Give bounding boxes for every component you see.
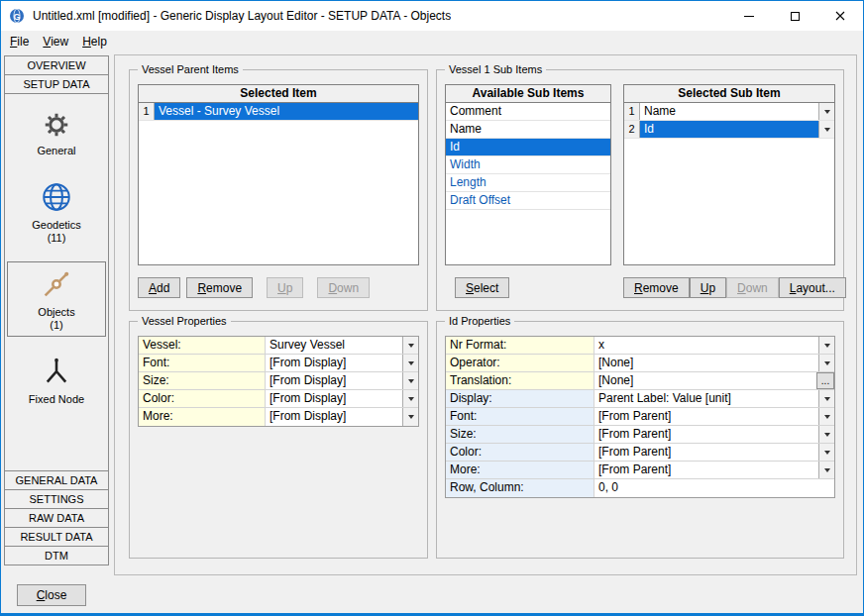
down-triangle-icon bbox=[824, 451, 830, 455]
size-dropdown[interactable]: [From Display] bbox=[266, 372, 418, 389]
main-panel: Vessel Parent Items Selected Item 1 Vess… bbox=[114, 54, 857, 575]
table-row[interactable]: 2 Id bbox=[624, 121, 834, 139]
operator-dropdown[interactable]: [None] bbox=[594, 355, 834, 371]
property-value: 0, 0 bbox=[594, 479, 834, 497]
table-row[interactable]: Comment bbox=[446, 103, 610, 121]
sidebar-item-geodetics[interactable]: Geodetics (11) bbox=[7, 174, 106, 250]
sidebar-tab-dtm[interactable]: DTM bbox=[4, 546, 109, 565]
up-sub-item-button[interactable]: Up bbox=[690, 277, 726, 298]
down-sub-item-button[interactable]: Down bbox=[726, 277, 779, 298]
table-row[interactable]: Length bbox=[446, 174, 610, 192]
selected-item-table[interactable]: Selected Item 1 Vessel - Survey Vessel bbox=[138, 84, 419, 265]
menu-view[interactable]: View bbox=[36, 33, 75, 51]
up-button[interactable]: Up bbox=[267, 277, 303, 298]
property-label: Nr Format: bbox=[446, 337, 594, 354]
down-button[interactable]: Down bbox=[317, 277, 370, 298]
minimize-icon bbox=[744, 16, 754, 17]
close-button[interactable]: Close bbox=[17, 584, 86, 606]
sidebar-tab-general-data[interactable]: GENERAL DATA bbox=[4, 470, 109, 490]
color-dropdown[interactable]: [From Parent] bbox=[594, 444, 834, 461]
dropdown-arrow-icon[interactable] bbox=[818, 426, 834, 443]
property-label: Display: bbox=[446, 390, 594, 407]
dropdown-arrow-icon[interactable] bbox=[402, 355, 418, 371]
sidebar-tab-overview[interactable]: OVERVIEW bbox=[4, 55, 109, 75]
row-label: Vessel - Survey Vessel bbox=[155, 103, 418, 120]
add-button[interactable]: Add bbox=[138, 277, 180, 298]
sidebar-item-objects[interactable]: Objects (1) bbox=[7, 261, 106, 337]
table-row[interactable]: 1 Vessel - Survey Vessel bbox=[139, 103, 418, 121]
property-value: [From Display] bbox=[266, 408, 402, 426]
sidebar-item-count: (1) bbox=[8, 319, 105, 332]
property-value: [None] bbox=[594, 372, 816, 389]
sidebar-tab-raw-data[interactable]: RAW DATA bbox=[4, 508, 109, 528]
property-row-operator: Operator: [None] bbox=[446, 355, 834, 372]
sidebar-item-fixed-node[interactable]: Fixed Node bbox=[7, 349, 106, 411]
dropdown-arrow-icon[interactable] bbox=[818, 390, 834, 407]
property-row-nr-format: Nr Format: x bbox=[446, 337, 834, 355]
remove-sub-item-button[interactable]: Remove bbox=[623, 277, 690, 298]
property-row-font: Font: [From Display] bbox=[139, 355, 418, 372]
dropdown-arrow-icon[interactable] bbox=[818, 121, 834, 138]
translation-field[interactable]: [None] ... bbox=[594, 372, 834, 389]
dropdown-arrow-icon[interactable] bbox=[818, 408, 834, 425]
vessel-dropdown[interactable]: Survey Vessel bbox=[266, 337, 418, 354]
sidebar-tab-result-data[interactable]: RESULT DATA bbox=[4, 527, 109, 547]
close-window-button[interactable] bbox=[817, 1, 863, 31]
select-button[interactable]: Select bbox=[455, 277, 509, 298]
dropdown-arrow-icon[interactable] bbox=[402, 337, 418, 354]
sidebar-item-label: General bbox=[8, 145, 105, 157]
dropdown-arrow-icon[interactable] bbox=[818, 103, 834, 120]
property-label: Font: bbox=[446, 408, 594, 425]
sidebar-tab-setup-data[interactable]: SETUP DATA bbox=[4, 74, 109, 94]
menubar: File View Help bbox=[1, 31, 863, 52]
property-value: [From Display] bbox=[266, 355, 402, 371]
property-row-color: Color: [From Parent] bbox=[446, 444, 834, 462]
group-title: Id Properties bbox=[445, 315, 514, 327]
dropdown-arrow-icon[interactable] bbox=[818, 444, 834, 461]
table-row[interactable]: Name bbox=[446, 121, 610, 139]
remove-button[interactable]: Remove bbox=[186, 277, 253, 298]
menu-file[interactable]: File bbox=[3, 33, 36, 51]
maximize-button[interactable] bbox=[772, 1, 817, 31]
down-triangle-icon bbox=[824, 110, 830, 114]
table-row[interactable]: Width bbox=[446, 156, 610, 174]
table-row[interactable]: Draft Offset bbox=[446, 192, 610, 210]
more-dropdown[interactable]: [From Display] bbox=[266, 408, 418, 426]
row-column-field[interactable]: 0, 0 bbox=[594, 479, 834, 497]
vessel-parent-items-group: Vessel Parent Items Selected Item 1 Vess… bbox=[129, 69, 428, 311]
right-column: Vessel 1 Sub Items Available Sub Items C… bbox=[436, 63, 844, 566]
gear-icon bbox=[8, 110, 105, 142]
nr-format-dropdown[interactable]: x bbox=[594, 337, 834, 354]
more-dropdown[interactable]: [From Parent] bbox=[594, 462, 834, 478]
property-label: Size: bbox=[139, 372, 266, 389]
selected-sub-item-table[interactable]: Selected Sub Item 1 Name 2 Id bbox=[623, 84, 835, 265]
font-dropdown[interactable]: [From Parent] bbox=[594, 408, 834, 425]
row-label: Name bbox=[446, 121, 610, 138]
minimize-button[interactable] bbox=[726, 1, 772, 31]
dropdown-arrow-icon[interactable] bbox=[818, 355, 834, 371]
color-dropdown[interactable]: [From Display] bbox=[266, 390, 418, 407]
layout-button[interactable]: Layout... bbox=[779, 277, 846, 298]
dropdown-arrow-icon[interactable] bbox=[402, 372, 418, 389]
dropdown-arrow-icon[interactable] bbox=[818, 462, 834, 478]
table-row[interactable]: Id bbox=[446, 139, 610, 156]
sidebar-item-label: Objects bbox=[8, 306, 105, 319]
font-dropdown[interactable]: [From Display] bbox=[266, 355, 418, 371]
available-sub-items-table[interactable]: Available Sub Items Comment Name Id Widt… bbox=[445, 84, 611, 265]
table-row[interactable]: 1 Name bbox=[624, 103, 834, 121]
sub-items-tables: Available Sub Items Comment Name Id Widt… bbox=[445, 84, 835, 265]
left-column: Vessel Parent Items Selected Item 1 Vess… bbox=[129, 63, 428, 566]
app-icon: G bbox=[9, 8, 25, 24]
ellipsis-button[interactable]: ... bbox=[816, 372, 834, 389]
row-label: Draft Offset bbox=[446, 192, 610, 209]
sidebar-item-general[interactable]: General bbox=[7, 104, 106, 162]
dropdown-arrow-icon[interactable] bbox=[818, 337, 834, 354]
down-triangle-icon bbox=[408, 397, 414, 401]
dropdown-arrow-icon[interactable] bbox=[402, 408, 418, 426]
size-dropdown[interactable]: [From Parent] bbox=[594, 426, 834, 443]
menu-help[interactable]: Help bbox=[75, 33, 114, 51]
sidebar-tab-settings[interactable]: SETTINGS bbox=[4, 489, 109, 509]
property-value: [From Parent] bbox=[594, 408, 818, 425]
display-dropdown[interactable]: Parent Label: Value [unit] bbox=[594, 390, 834, 407]
dropdown-arrow-icon[interactable] bbox=[402, 390, 418, 407]
